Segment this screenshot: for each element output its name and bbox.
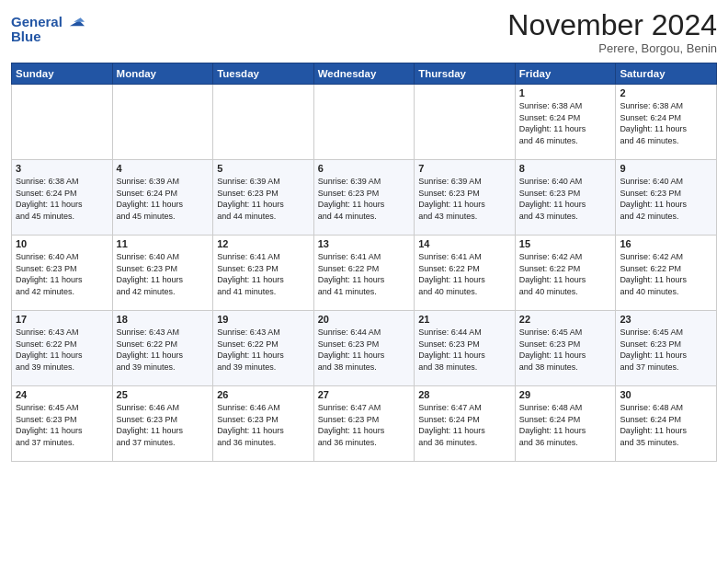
day-info: Sunrise: 6:43 AM Sunset: 6:22 PM Dayligh… [117, 327, 210, 373]
day-number: 21 [418, 314, 511, 325]
day-number: 13 [318, 238, 411, 249]
calendar-cell: 15Sunrise: 6:42 AM Sunset: 6:22 PM Dayli… [515, 236, 616, 311]
calendar-week-4: 17Sunrise: 6:43 AM Sunset: 6:22 PM Dayli… [12, 311, 717, 386]
day-header-tuesday: Tuesday [213, 63, 314, 85]
calendar-week-5: 24Sunrise: 6:45 AM Sunset: 6:23 PM Dayli… [12, 386, 717, 462]
day-number: 17 [16, 314, 108, 325]
day-number: 18 [117, 314, 210, 325]
day-number: 22 [519, 314, 612, 325]
calendar-cell: 1Sunrise: 6:38 AM Sunset: 6:24 PM Daylig… [515, 85, 616, 160]
day-number: 3 [16, 163, 108, 174]
calendar-cell: 14Sunrise: 6:41 AM Sunset: 6:22 PM Dayli… [415, 236, 516, 311]
day-number: 12 [217, 238, 310, 249]
day-header-friday: Friday [515, 63, 616, 85]
calendar-cell: 11Sunrise: 6:40 AM Sunset: 6:23 PM Dayli… [112, 236, 213, 311]
calendar-cell: 25Sunrise: 6:46 AM Sunset: 6:23 PM Dayli… [112, 386, 213, 462]
day-info: Sunrise: 6:38 AM Sunset: 6:24 PM Dayligh… [16, 176, 108, 222]
day-info: Sunrise: 6:44 AM Sunset: 6:23 PM Dayligh… [318, 327, 411, 373]
calendar-cell [213, 85, 314, 160]
calendar-cell: 28Sunrise: 6:47 AM Sunset: 6:24 PM Dayli… [415, 386, 516, 462]
calendar-cell: 13Sunrise: 6:41 AM Sunset: 6:22 PM Dayli… [313, 236, 415, 311]
calendar-cell: 24Sunrise: 6:45 AM Sunset: 6:23 PM Dayli… [12, 386, 113, 462]
calendar-cell [12, 85, 113, 160]
day-info: Sunrise: 6:47 AM Sunset: 6:23 PM Dayligh… [318, 402, 411, 448]
day-number: 23 [620, 314, 712, 325]
day-number: 10 [16, 238, 108, 249]
day-number: 8 [519, 163, 612, 174]
calendar-week-2: 3Sunrise: 6:38 AM Sunset: 6:24 PM Daylig… [12, 160, 717, 236]
day-number: 11 [117, 238, 210, 249]
day-header-saturday: Saturday [616, 63, 717, 85]
calendar-cell: 7Sunrise: 6:39 AM Sunset: 6:23 PM Daylig… [415, 160, 516, 236]
day-number: 29 [519, 389, 612, 400]
calendar-cell: 3Sunrise: 6:38 AM Sunset: 6:24 PM Daylig… [12, 160, 113, 236]
day-info: Sunrise: 6:47 AM Sunset: 6:24 PM Dayligh… [418, 402, 511, 448]
day-info: Sunrise: 6:43 AM Sunset: 6:22 PM Dayligh… [16, 327, 108, 373]
day-number: 26 [217, 389, 310, 400]
day-number: 9 [620, 163, 712, 174]
day-number: 5 [217, 163, 310, 174]
day-info: Sunrise: 6:44 AM Sunset: 6:23 PM Dayligh… [418, 327, 511, 373]
calendar-cell: 21Sunrise: 6:44 AM Sunset: 6:23 PM Dayli… [415, 311, 516, 386]
day-number: 7 [418, 163, 511, 174]
calendar-cell: 12Sunrise: 6:41 AM Sunset: 6:23 PM Dayli… [213, 236, 314, 311]
calendar-cell: 20Sunrise: 6:44 AM Sunset: 6:23 PM Dayli… [313, 311, 415, 386]
calendar-week-1: 1Sunrise: 6:38 AM Sunset: 6:24 PM Daylig… [12, 85, 717, 160]
day-header-sunday: Sunday [12, 63, 113, 85]
day-number: 30 [620, 389, 712, 400]
calendar-cell: 19Sunrise: 6:43 AM Sunset: 6:22 PM Dayli… [213, 311, 314, 386]
page-container: General Blue November 2024 Perere, Borgo… [0, 0, 728, 469]
calendar-cell: 10Sunrise: 6:40 AM Sunset: 6:23 PM Dayli… [12, 236, 113, 311]
day-info: Sunrise: 6:48 AM Sunset: 6:24 PM Dayligh… [519, 402, 612, 448]
month-title: November 2024 [507, 9, 717, 41]
logo-icon [64, 11, 85, 31]
calendar-header-row: SundayMondayTuesdayWednesdayThursdayFrid… [12, 63, 717, 85]
day-number: 24 [16, 389, 108, 400]
day-header-monday: Monday [112, 63, 213, 85]
day-info: Sunrise: 6:41 AM Sunset: 6:22 PM Dayligh… [318, 251, 411, 297]
day-info: Sunrise: 6:39 AM Sunset: 6:24 PM Dayligh… [117, 176, 210, 222]
calendar-week-3: 10Sunrise: 6:40 AM Sunset: 6:23 PM Dayli… [12, 236, 717, 311]
calendar-cell: 27Sunrise: 6:47 AM Sunset: 6:23 PM Dayli… [313, 386, 415, 462]
calendar-cell: 16Sunrise: 6:42 AM Sunset: 6:22 PM Dayli… [616, 236, 717, 311]
calendar-cell: 2Sunrise: 6:38 AM Sunset: 6:24 PM Daylig… [616, 85, 717, 160]
day-info: Sunrise: 6:38 AM Sunset: 6:24 PM Dayligh… [620, 100, 712, 146]
title-area: November 2024 Perere, Borgou, Benin [507, 9, 717, 55]
day-header-wednesday: Wednesday [313, 63, 415, 85]
day-number: 15 [519, 238, 612, 249]
day-info: Sunrise: 6:41 AM Sunset: 6:22 PM Dayligh… [418, 251, 511, 297]
calendar-cell: 4Sunrise: 6:39 AM Sunset: 6:24 PM Daylig… [112, 160, 213, 236]
day-info: Sunrise: 6:40 AM Sunset: 6:23 PM Dayligh… [620, 176, 712, 222]
day-number: 25 [117, 389, 210, 400]
day-info: Sunrise: 6:39 AM Sunset: 6:23 PM Dayligh… [217, 176, 310, 222]
day-number: 14 [418, 238, 511, 249]
calendar-table: SundayMondayTuesdayWednesdayThursdayFrid… [11, 63, 717, 462]
logo-blue: Blue [11, 29, 41, 45]
calendar-cell: 23Sunrise: 6:45 AM Sunset: 6:23 PM Dayli… [616, 311, 717, 386]
logo: General Blue [11, 13, 85, 45]
day-number: 16 [620, 238, 712, 249]
day-number: 1 [519, 87, 612, 98]
day-info: Sunrise: 6:46 AM Sunset: 6:23 PM Dayligh… [217, 402, 310, 448]
svg-marker-1 [74, 17, 85, 21]
day-number: 19 [217, 314, 310, 325]
day-info: Sunrise: 6:42 AM Sunset: 6:22 PM Dayligh… [519, 251, 612, 297]
calendar-cell: 18Sunrise: 6:43 AM Sunset: 6:22 PM Dayli… [112, 311, 213, 386]
calendar-cell [112, 85, 213, 160]
day-header-thursday: Thursday [415, 63, 516, 85]
day-info: Sunrise: 6:45 AM Sunset: 6:23 PM Dayligh… [519, 327, 612, 373]
day-info: Sunrise: 6:43 AM Sunset: 6:22 PM Dayligh… [217, 327, 310, 373]
day-info: Sunrise: 6:42 AM Sunset: 6:22 PM Dayligh… [620, 251, 712, 297]
calendar-cell: 22Sunrise: 6:45 AM Sunset: 6:23 PM Dayli… [515, 311, 616, 386]
calendar-cell: 30Sunrise: 6:48 AM Sunset: 6:24 PM Dayli… [616, 386, 717, 462]
location: Perere, Borgou, Benin [507, 41, 717, 55]
day-info: Sunrise: 6:40 AM Sunset: 6:23 PM Dayligh… [519, 176, 612, 222]
calendar-cell: 9Sunrise: 6:40 AM Sunset: 6:23 PM Daylig… [616, 160, 717, 236]
day-number: 28 [418, 389, 511, 400]
calendar-cell: 26Sunrise: 6:46 AM Sunset: 6:23 PM Dayli… [213, 386, 314, 462]
calendar-cell: 8Sunrise: 6:40 AM Sunset: 6:23 PM Daylig… [515, 160, 616, 236]
day-number: 27 [318, 389, 411, 400]
day-info: Sunrise: 6:40 AM Sunset: 6:23 PM Dayligh… [117, 251, 210, 297]
day-number: 2 [620, 87, 712, 98]
day-info: Sunrise: 6:40 AM Sunset: 6:23 PM Dayligh… [16, 251, 108, 297]
